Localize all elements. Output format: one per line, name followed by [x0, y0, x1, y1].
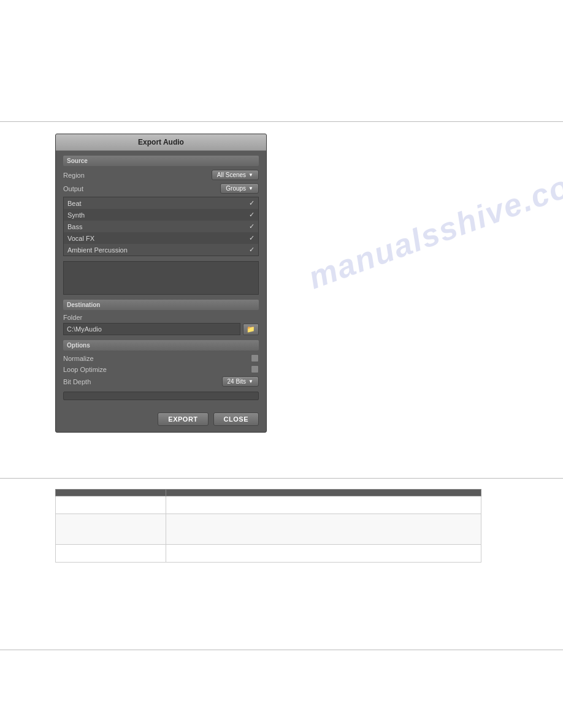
output-item-synth-label: Synth	[67, 211, 85, 219]
folder-input[interactable]	[63, 323, 240, 335]
output-item-beat[interactable]: Beat ✓	[64, 197, 258, 209]
folder-browse-icon: 📁	[247, 325, 255, 333]
synth-checkmark: ✓	[249, 211, 255, 219]
loop-optimize-label: Loop Optimize	[63, 366, 107, 373]
normalize-row: Normalize	[63, 354, 259, 362]
table-cell	[166, 496, 481, 514]
destination-section-header: Destination	[63, 300, 259, 310]
table-cell	[56, 545, 166, 563]
top-divider	[0, 121, 563, 122]
table-row	[56, 545, 481, 563]
table-row	[56, 496, 481, 514]
dialog-title: Export Audio	[56, 134, 266, 151]
folder-browse-button[interactable]: 📁	[243, 324, 259, 335]
region-value: All Scenes	[217, 172, 246, 178]
loop-optimize-checkbox[interactable]	[251, 365, 259, 373]
ambient-checkmark: ✓	[249, 246, 255, 254]
region-dropdown-arrow: ▼	[248, 172, 253, 178]
bit-depth-arrow: ▼	[248, 379, 253, 384]
beat-checkmark: ✓	[249, 199, 255, 207]
data-table	[55, 489, 481, 563]
output-label: Output	[63, 185, 83, 192]
vocalfx-checkmark: ✓	[249, 234, 255, 242]
normalize-label: Normalize	[63, 355, 94, 362]
bit-depth-label: Bit Depth	[63, 378, 91, 385]
data-table-section	[55, 489, 481, 563]
table-row	[56, 514, 481, 545]
table-cell	[56, 514, 166, 545]
empty-output-area	[63, 261, 259, 295]
region-dropdown[interactable]: All Scenes ▼	[212, 170, 259, 180]
bass-checkmark: ✓	[249, 222, 255, 230]
output-row: Output Groups ▼	[63, 183, 259, 194]
output-item-beat-label: Beat	[67, 200, 82, 207]
export-button[interactable]: EXPORT	[158, 412, 208, 426]
table-col-1-header	[56, 490, 166, 496]
close-button[interactable]: CLOSE	[213, 412, 259, 426]
bit-depth-dropdown[interactable]: 24 Bits ▼	[222, 376, 259, 387]
folder-row: 📁	[63, 323, 259, 335]
table-cell	[166, 514, 481, 545]
mid-divider	[0, 478, 563, 479]
bottom-divider	[0, 650, 563, 650]
folder-label: Folder	[63, 314, 259, 321]
normalize-checkbox[interactable]	[251, 354, 259, 362]
options-section-header: Options	[63, 340, 259, 351]
output-list: Beat ✓ Synth ✓ Bass ✓ Vocal FX ✓ Ambient…	[63, 197, 259, 256]
output-item-bass-label: Bass	[67, 223, 82, 230]
output-item-bass[interactable]: Bass ✓	[64, 221, 258, 232]
output-item-vocalfx-label: Vocal FX	[67, 235, 94, 242]
output-item-vocalfx[interactable]: Vocal FX ✓	[64, 232, 258, 244]
progress-bar	[63, 392, 259, 400]
output-item-synth[interactable]: Synth ✓	[64, 209, 258, 221]
region-label: Region	[63, 172, 85, 179]
table-col-2-header	[166, 490, 481, 496]
output-item-ambient-label: Ambient Percussion	[67, 246, 128, 254]
watermark: manualsshive.com	[304, 157, 563, 296]
output-item-ambient[interactable]: Ambient Percussion ✓	[64, 244, 258, 256]
table-header-row	[56, 490, 481, 496]
output-dropdown[interactable]: Groups ▼	[220, 183, 259, 194]
output-value: Groups	[226, 185, 246, 192]
source-section-header: Source	[63, 156, 259, 166]
export-audio-dialog: Export Audio Source Region All Scenes ▼ …	[55, 134, 267, 433]
dialog-body: Source Region All Scenes ▼ Output Groups…	[56, 151, 266, 410]
region-row: Region All Scenes ▼	[63, 170, 259, 180]
bit-depth-value: 24 Bits	[228, 378, 247, 385]
table-cell	[56, 496, 166, 514]
output-dropdown-arrow: ▼	[248, 186, 253, 191]
table-cell	[166, 545, 481, 563]
bit-depth-row: Bit Depth 24 Bits ▼	[63, 376, 259, 387]
loop-optimize-row: Loop Optimize	[63, 365, 259, 373]
dialog-footer: EXPORT CLOSE	[56, 410, 266, 427]
